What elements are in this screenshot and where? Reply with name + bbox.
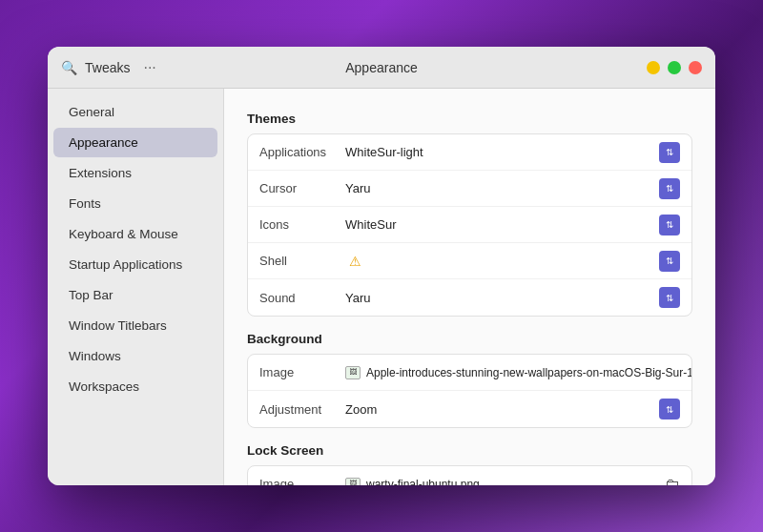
icons-control: ⇅ [659, 215, 680, 235]
shell-spinner[interactable]: ⇅ [659, 251, 680, 272]
search-icon[interactable]: 🔍 [61, 60, 77, 75]
applications-control: ⇅ [659, 142, 680, 163]
sidebar: General Appearance Extensions Fonts Keyb… [48, 89, 224, 485]
shell-value: ⚠ [345, 254, 659, 269]
main-window: 🔍 Tweaks ··· Appearance General Appearan… [48, 47, 715, 485]
bg-image-label: Image [259, 365, 345, 379]
icons-spinner[interactable]: ⇅ [659, 215, 680, 235]
maximize-button[interactable] [668, 61, 681, 74]
table-row: Image 🖼 Apple-introduces-stunning-new-wa… [248, 355, 691, 391]
cursor-value: Yaru [345, 181, 659, 195]
menu-icon[interactable]: ··· [143, 59, 155, 76]
bg-adjustment-control: ⇅ [659, 399, 680, 419]
table-row: Adjustment Zoom ⇅ [248, 391, 691, 427]
bg-adjustment-value: Zoom [345, 402, 659, 417]
ls-image-value: 🖼 warty-final-ubuntu.png [345, 478, 665, 486]
bg-adjustment-spinner[interactable]: ⇅ [659, 399, 680, 419]
icons-label: Icons [259, 217, 345, 232]
applications-label: Applications [259, 145, 345, 159]
bg-adjustment-label: Adjustment [259, 402, 345, 417]
table-row: Shell ⚠ ⇅ [248, 243, 691, 279]
cursor-spinner[interactable]: ⇅ [659, 178, 680, 199]
ls-image-thumbnail-icon: 🖼 [345, 478, 361, 486]
themes-group: Applications WhiteSur-light ⇅ Cursor Yar… [247, 133, 692, 317]
sidebar-item-startup-applications[interactable]: Startup Applications [53, 250, 217, 279]
bg-image-filename: Apple-introduces-stunning-new-wallpapers… [366, 366, 692, 379]
ls-image-control: 🗀 [665, 476, 680, 486]
shell-control: ⇅ [659, 251, 680, 272]
table-row: Cursor Yaru ⇅ [248, 171, 691, 207]
warning-icon: ⚠ [349, 254, 361, 269]
main-content: Themes Applications WhiteSur-light ⇅ Cur… [224, 89, 715, 485]
background-section-title: Background [247, 332, 692, 346]
sidebar-item-workspaces[interactable]: Workspaces [53, 372, 217, 401]
minimize-button[interactable] [647, 61, 660, 74]
page-title: Appearance [233, 60, 530, 75]
sidebar-item-windows[interactable]: Windows [53, 341, 217, 371]
ls-image-label: Image [259, 477, 345, 485]
bg-image-value: 🖼 Apple-introduces-stunning-new-wallpape… [345, 366, 692, 379]
close-button[interactable] [689, 61, 702, 74]
sound-value: Yaru [345, 291, 659, 305]
ls-image-folder-button[interactable]: 🗀 [665, 476, 680, 486]
lockscreen-group: Image 🖼 warty-final-ubuntu.png 🗀 Adjustm… [247, 465, 692, 485]
background-group: Image 🖼 Apple-introduces-stunning-new-wa… [247, 354, 692, 428]
shell-label: Shell [259, 254, 345, 268]
sound-spinner[interactable]: ⇅ [659, 287, 680, 308]
applications-spinner[interactable]: ⇅ [659, 142, 680, 163]
table-row: Icons WhiteSur ⇅ [248, 207, 691, 243]
app-name: Tweaks [85, 60, 130, 75]
table-row: Sound Yaru ⇅ [248, 279, 691, 316]
sidebar-item-top-bar[interactable]: Top Bar [53, 280, 217, 310]
sound-control: ⇅ [659, 287, 680, 308]
sidebar-item-fonts[interactable]: Fonts [53, 189, 217, 218]
sound-label: Sound [259, 291, 345, 305]
titlebar: 🔍 Tweaks ··· Appearance [48, 47, 715, 89]
image-thumbnail-icon: 🖼 [345, 366, 361, 379]
themes-section-title: Themes [247, 112, 692, 126]
titlebar-left: 🔍 Tweaks ··· [61, 59, 233, 76]
table-row: Applications WhiteSur-light ⇅ [248, 134, 691, 171]
body: General Appearance Extensions Fonts Keyb… [48, 89, 715, 485]
sidebar-item-extensions[interactable]: Extensions [53, 158, 217, 188]
table-row: Image 🖼 warty-final-ubuntu.png 🗀 [248, 466, 691, 485]
window-controls [530, 61, 702, 74]
lockscreen-section-title: Lock Screen [247, 443, 692, 458]
applications-value: WhiteSur-light [345, 145, 659, 159]
ls-image-filename: warty-final-ubuntu.png [366, 478, 480, 486]
sidebar-item-appearance[interactable]: Appearance [53, 128, 217, 157]
sidebar-item-keyboard-mouse[interactable]: Keyboard & Mouse [53, 219, 217, 249]
icons-value: WhiteSur [345, 217, 659, 232]
sidebar-item-window-titlebars[interactable]: Window Titlebars [53, 311, 217, 340]
cursor-label: Cursor [259, 181, 345, 195]
cursor-control: ⇅ [659, 178, 680, 199]
sidebar-item-general[interactable]: General [53, 97, 217, 127]
